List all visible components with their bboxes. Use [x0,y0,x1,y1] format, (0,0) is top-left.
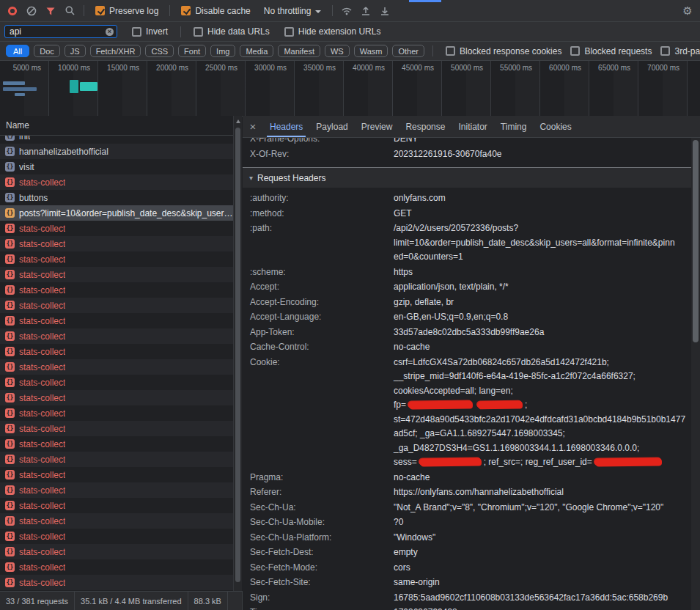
xhr-icon: {} [5,162,15,172]
request-row[interactable]: {}posts?limit=10&order=publish_date_desc… [0,205,241,221]
header-value-line: ad5cf; _ga=GA1.1.689275447.1698003345; [394,427,691,441]
request-row[interactable]: {}stats-collect [0,529,241,544]
hide-data-urls-checkbox[interactable]: Hide data URLs [194,26,270,37]
scroll-up-arrow-icon[interactable] [236,120,240,123]
request-row[interactable]: {}stats-collect [0,421,241,436]
xhr-icon: {} [5,562,15,572]
request-row[interactable]: {}stats-collect [0,267,241,282]
xhr-icon: {} [5,254,15,264]
status-item: 33 / 381 requests [0,592,75,610]
timeline-tick: 70000 ms [638,64,688,72]
tab-preview[interactable]: Preview [355,116,399,137]
filter-input[interactable] [10,26,106,37]
record-icon[interactable] [4,2,21,20]
timeline-overview[interactable]: 5000 ms10000 ms15000 ms20000 ms25000 ms3… [0,61,700,117]
request-row[interactable]: {}stats-collect [0,251,241,267]
tab-cookies[interactable]: Cookies [533,116,578,137]
import-har-icon[interactable] [357,2,375,20]
filter-input-box[interactable]: × [4,25,117,38]
close-icon[interactable]: × [243,120,263,133]
header-value: csrf=LdfcGX4Sa72db06824c657db26a5d142472… [394,356,691,470]
clear-filter-icon[interactable]: × [106,28,114,36]
checkbox-3rd-party-requests[interactable]: 3rd-party requests [660,46,700,56]
filter-chip-manifest[interactable]: Manifest [278,45,320,57]
request-list-scrollbar[interactable] [233,116,242,591]
settings-icon[interactable]: ⚙ [679,2,696,20]
request-row[interactable]: {}stats-collect [0,313,241,328]
request-row[interactable]: {}hannahelizabethofficial [0,144,241,159]
filter-chip-media[interactable]: Media [240,45,273,57]
tab-timing[interactable]: Timing [494,116,534,137]
request-row[interactable]: {}stats-collect [0,575,241,590]
request-row[interactable]: {}stats-collect [0,390,241,405]
request-row[interactable]: {}init [0,136,241,144]
request-headers-section-header[interactable]: ▾ Request Headers [243,167,691,188]
request-row[interactable]: {}stats-collect [0,375,241,390]
filter-chip-img[interactable]: Img [210,45,235,57]
request-row[interactable]: {}stats-collect [0,513,241,529]
throttling-select[interactable]: No throttling [264,6,322,16]
request-name: stats-collect [19,439,65,449]
filter-chip-doc[interactable]: Doc [34,45,60,57]
invert-checkbox[interactable]: Invert [132,26,168,37]
export-har-icon[interactable] [376,2,394,20]
filter-chip-other[interactable]: Other [392,45,424,57]
header-value: "Windows" [394,531,691,545]
checkbox-blocked-response-cookies[interactable]: Blocked response cookies [446,46,561,56]
request-row[interactable]: {}stats-collect [0,174,241,190]
filter-chip-ws[interactable]: WS [325,45,350,57]
request-row[interactable]: {}stats-collect [0,282,241,298]
request-row[interactable]: {}stats-collect [0,482,241,498]
request-row[interactable]: {}stats-collect [0,452,241,467]
request-row[interactable]: {}stats-collect [0,328,241,344]
network-conditions-icon[interactable] [338,2,355,20]
xhr-icon: {} [5,516,15,526]
tab-payload[interactable]: Payload [309,116,354,137]
request-row[interactable]: {}stats-collect [0,359,241,375]
redaction-scribble [408,400,473,408]
request-row[interactable]: {}stats-collect [0,236,241,251]
hide-extension-urls-checkbox[interactable]: Hide extension URLs [284,26,381,37]
request-row[interactable]: {}visit [0,159,241,174]
filter-chip-css[interactable]: CSS [145,45,174,57]
request-row[interactable]: {}stats-collect [0,405,241,421]
disable-cache-checkbox[interactable]: Disable cache [181,6,250,16]
request-row[interactable]: {}stats-collect [0,467,241,482]
filter-chip-fetch-xhr[interactable]: Fetch/XHR [90,45,141,57]
request-row[interactable]: {}stats-collect [0,544,241,559]
disable-cache-label: Disable cache [195,6,250,16]
tab-initiator[interactable]: Initiator [452,116,493,137]
clear-icon[interactable] [23,2,40,20]
request-row[interactable]: {}stats-collect [0,436,241,452]
filter-chip-font[interactable]: Font [178,45,206,57]
tab-headers[interactable]: Headers [263,116,309,137]
tab-response[interactable]: Response [399,116,452,137]
request-name: stats-collect [19,516,65,526]
preserve-log-checkbox-box [95,6,105,15]
scrollbar-thumb[interactable] [693,140,699,342]
search-icon[interactable] [61,2,78,20]
request-row[interactable]: {}stats-collect [0,559,241,575]
header-value-line: _ga_D4827DS3H4=GS1.1.1698003344.1.1.1698… [394,441,691,456]
header-row: :method:GET [250,207,691,221]
request-row[interactable]: {}stats-collect [0,298,241,313]
details-scrollbar[interactable] [691,138,700,610]
xhr-icon: {} [5,239,15,249]
filter-icon[interactable] [42,2,59,20]
filter-chip-all[interactable]: All [6,45,29,57]
preserve-log-checkbox[interactable]: Preserve log [95,6,158,16]
timeline-tick: 60000 ms [540,64,589,72]
filter-chip-wasm[interactable]: Wasm [354,45,388,57]
scrollbar-thumb[interactable] [235,128,240,582]
filter-chip-js[interactable]: JS [65,45,86,57]
checkbox-blocked-requests[interactable]: Blocked requests [570,46,652,56]
hide-extension-urls-label: Hide extension URLs [298,26,381,37]
details-tabs: HeadersPayloadPreviewResponseInitiatorTi… [263,116,578,137]
timeline-tick: 15000 ms [98,64,147,72]
request-row[interactable]: {}buttons [0,190,241,205]
request-row[interactable]: {}stats-collect [0,221,241,236]
header-value: DENY [394,138,691,147]
name-column-header[interactable]: Name [0,116,242,136]
request-row[interactable]: {}stats-collect [0,498,241,513]
request-row[interactable]: {}stats-collect [0,344,241,359]
